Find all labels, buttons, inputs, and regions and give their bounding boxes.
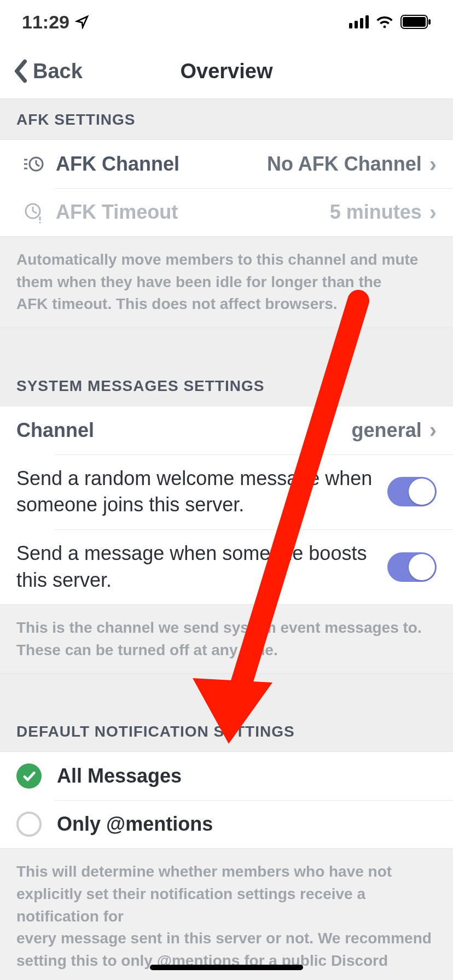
- system-footer: This is the channel we send system event…: [0, 605, 453, 673]
- notif-option-mentions[interactable]: Only @mentions: [0, 800, 453, 848]
- back-button[interactable]: Back: [0, 59, 83, 83]
- radio-checked-icon: [16, 763, 42, 789]
- cellular-signal-icon: [349, 15, 369, 28]
- chevron-right-icon: ›: [429, 418, 437, 442]
- svg-rect-6: [428, 19, 431, 25]
- nav-bar: Back Overview: [0, 44, 453, 98]
- afk-channel-label: AFK Channel: [56, 153, 179, 176]
- status-time: 11:29: [22, 11, 69, 33]
- svg-rect-1: [355, 21, 358, 28]
- back-label: Back: [33, 60, 83, 83]
- afk-timeout-row[interactable]: AFK Timeout 5 minutes ›: [0, 188, 453, 236]
- boost-message-label: Send a message when someone boosts this …: [16, 540, 387, 593]
- chevron-right-icon: ›: [429, 200, 437, 225]
- welcome-message-label: Send a random welcome message when someo…: [16, 465, 387, 518]
- battery-icon: [400, 15, 431, 29]
- section-header-notifications: DEFAULT NOTIFICATION SETTINGS: [0, 673, 453, 751]
- location-icon: [75, 15, 89, 29]
- clock-alert-icon: [16, 200, 49, 224]
- notif-mentions-label: Only @mentions: [57, 813, 213, 836]
- afk-channel-row[interactable]: AFK Channel No AFK Channel ›: [0, 140, 453, 188]
- home-indicator: [150, 965, 303, 970]
- wifi-icon: [375, 15, 394, 28]
- afk-footer: Automatically move members to this chann…: [0, 237, 453, 328]
- afk-timeout-value: 5 minutes: [330, 201, 422, 224]
- system-channel-row[interactable]: Channel general ›: [0, 406, 453, 454]
- svg-point-17: [39, 221, 40, 223]
- afk-channel-icon: [16, 152, 49, 176]
- boost-message-row: Send a message when someone boosts this …: [0, 529, 453, 604]
- svg-line-12: [36, 164, 39, 166]
- radio-unchecked-icon: [16, 812, 42, 837]
- welcome-message-row: Send a random welcome message when someo…: [0, 454, 453, 529]
- boost-toggle[interactable]: [387, 552, 437, 582]
- notif-footer: This will determine whether members who …: [0, 849, 453, 980]
- svg-line-15: [33, 211, 37, 213]
- notif-option-all[interactable]: All Messages: [0, 752, 453, 800]
- status-bar: 11:29: [0, 0, 453, 44]
- svg-rect-3: [365, 15, 369, 28]
- system-channel-label: Channel: [16, 419, 94, 442]
- section-header-afk: AFK SETTINGS: [0, 98, 453, 139]
- welcome-toggle[interactable]: [387, 477, 437, 506]
- afk-timeout-label: AFK Timeout: [56, 201, 178, 224]
- svg-rect-2: [360, 18, 363, 28]
- section-header-system: SYSTEM MESSAGES SETTINGS: [0, 328, 453, 406]
- afk-channel-value: No AFK Channel: [267, 153, 422, 176]
- notif-all-label: All Messages: [57, 765, 182, 788]
- svg-rect-5: [403, 17, 426, 27]
- svg-rect-0: [349, 23, 352, 28]
- system-channel-value: general: [352, 419, 422, 442]
- chevron-right-icon: ›: [429, 152, 437, 177]
